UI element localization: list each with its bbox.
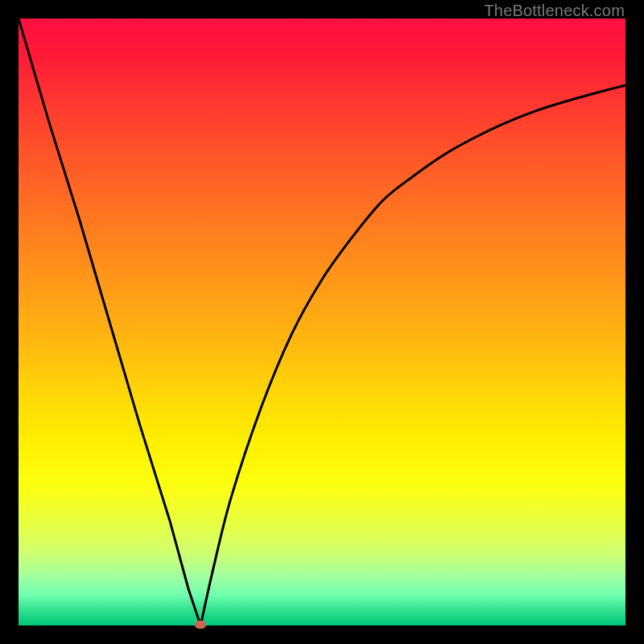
bottleneck-curve [19,19,625,625]
chart-container: TheBottleneck.com [0,0,644,644]
minimum-marker [195,621,206,629]
curve-path [19,19,625,625]
watermark-text: TheBottleneck.com [484,2,625,20]
